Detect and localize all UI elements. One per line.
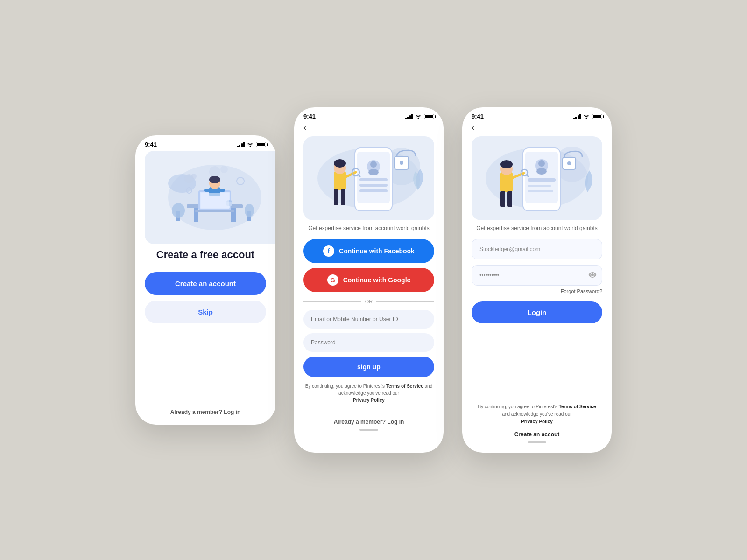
status-time-3: 9:41 [472,113,484,120]
status-icons-2 [405,113,435,119]
svg-rect-56 [500,172,513,192]
svg-rect-40 [334,189,338,205]
spacer [472,331,602,403]
create-account-link-3[interactable]: Create an accout [472,431,602,438]
illustration-login [472,136,602,220]
login-button[interactable]: Login [472,301,602,323]
status-time-2: 9:41 [303,113,316,120]
facebook-icon: f [323,245,334,257]
svg-point-32 [368,169,379,175]
or-line-left [303,301,361,302]
svg-point-51 [538,160,545,167]
svg-rect-15 [204,189,210,192]
battery-icon-2 [424,114,434,119]
or-divider: OR [303,299,434,304]
svg-rect-53 [528,178,556,182]
phone-login: 9:41 ‹ [462,107,612,453]
scroll-indicator-3 [528,441,546,443]
battery-icon-3 [592,114,602,119]
subtitle-3: Get expertise service from account world… [472,225,602,231]
terms-text-3: By continuing, you agree to Pinterest's … [472,403,602,426]
svg-point-5 [191,174,197,179]
svg-point-2 [209,166,220,177]
create-title: Create a free accout [156,249,254,261]
create-account-button[interactable]: Create an account [145,272,266,295]
google-icon: G [327,274,338,286]
phone1-body: Create a free accout Create an account S… [135,244,275,425]
illustration-phone-lock [303,136,434,220]
wifi-icon-1 [247,141,254,147]
svg-point-52 [536,168,547,175]
terms-text-2: By continuing, you agree to Pinterest's … [303,383,434,404]
svg-rect-60 [500,191,505,207]
or-line-right [376,301,434,302]
phone-create-account: 9:41 [135,135,275,425]
phone-signup: 9:41 ‹ [294,107,444,453]
signal-icon-2 [405,114,413,119]
login-svg [472,139,602,218]
svg-rect-11 [195,210,234,212]
email-input[interactable] [303,310,434,329]
illustration-desk [145,151,275,244]
status-icons-1 [237,141,267,147]
phone3-content: ‹ [462,123,612,453]
or-text: OR [365,299,373,304]
svg-rect-54 [528,185,551,187]
status-icons-3 [573,113,603,119]
forgot-password-link[interactable]: Forgot Password? [472,288,602,294]
email-login-input[interactable] [472,239,602,259]
svg-rect-41 [341,189,345,205]
svg-rect-16 [219,189,225,192]
desk-illustration-svg [154,155,275,239]
status-bar-2: 9:41 [294,107,444,123]
facebook-button[interactable]: f Continue with Facebook [303,239,434,263]
password-input[interactable] [303,333,434,352]
back-button-2[interactable]: ‹ [303,123,434,136]
scroll-indicator-2 [359,429,378,431]
status-bar-3: 9:41 [462,107,612,123]
svg-point-31 [370,161,377,168]
back-button-3[interactable]: ‹ [472,123,602,136]
wifi-icon-2 [415,113,422,119]
already-member-text-1: Already a member? Log in [170,399,241,415]
status-time-1: 9:41 [145,141,157,148]
svg-rect-61 [507,191,512,207]
battery-icon-1 [256,142,266,147]
svg-rect-35 [359,189,388,192]
signal-icon-1 [237,142,245,147]
svg-point-18 [172,203,185,218]
password-login-input[interactable] [472,265,602,286]
phone2-content: ‹ [294,123,444,453]
wifi-icon-3 [583,113,590,119]
svg-point-38 [334,159,346,168]
svg-point-20 [245,204,254,217]
subtitle-2: Get expertise service from account world… [303,225,434,231]
signup-button[interactable]: sign up [303,357,434,377]
google-button[interactable]: G Continue with Google [303,268,434,292]
svg-rect-55 [528,190,553,192]
svg-point-45 [400,161,403,165]
svg-point-58 [500,160,513,168]
status-bar-1: 9:41 [135,135,275,151]
svg-rect-23 [201,193,229,208]
already-member-text-2: Already a member? Log in [303,409,434,425]
skip-button[interactable]: Skip [145,301,266,323]
phone-lock-svg [303,139,434,218]
svg-point-65 [567,161,571,165]
password-field-wrapper [472,265,602,286]
svg-point-3 [220,166,228,173]
svg-rect-29 [357,152,390,203]
eye-icon[interactable] [588,272,597,279]
svg-rect-34 [359,184,388,187]
svg-point-14 [209,176,220,183]
svg-rect-33 [359,178,388,181]
signal-icon-3 [573,114,581,119]
